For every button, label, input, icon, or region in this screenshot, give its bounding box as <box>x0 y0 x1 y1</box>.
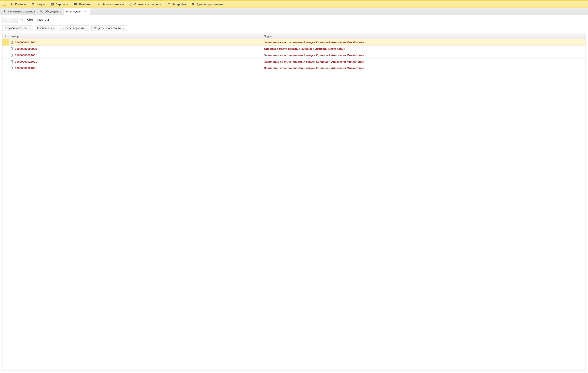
button-label: Сгруппировать по <box>5 27 27 30</box>
menu-item-staff[interactable]: Кадры <box>29 0 49 8</box>
menu-item-settings[interactable]: Настройка <box>165 0 189 8</box>
menu-item-salary[interactable]: Зарплата <box>49 0 72 8</box>
menu-item-label: Зарплата <box>56 3 68 6</box>
row-task-cell: Заявление на оплачиваемый отпуск Кривоше… <box>262 58 586 65</box>
forward-button[interactable] <box>10 17 18 23</box>
svg-rect-14 <box>5 37 6 37</box>
people-icon <box>32 3 35 6</box>
row-number: 00000000022001 <box>15 53 37 57</box>
row-number-cell: 00000000024001 <box>9 65 262 71</box>
column-header-priority[interactable] <box>2 33 9 39</box>
tab-label: Обсуждения <box>44 10 61 13</box>
row-number-cell: 00000000006005 <box>9 45 262 52</box>
svg-rect-21 <box>11 60 12 63</box>
row-marker-cell <box>2 45 9 52</box>
row-task-cell: Заявление на оплачиваемый отпуск Кривоше… <box>262 52 586 58</box>
svg-point-7 <box>53 5 53 5</box>
menu-item-reports[interactable]: Отчетность, справки <box>127 0 165 8</box>
row-marker-cell <box>2 52 9 58</box>
home-icon <box>3 10 6 13</box>
favorite-star-icon[interactable] <box>19 17 24 23</box>
back-button[interactable] <box>2 17 10 23</box>
column-label: Номер <box>10 35 19 38</box>
clipboard-icon <box>10 60 13 63</box>
tab-label: Начальная страница <box>8 10 35 13</box>
tab-bar: Начальная страница Обсуждения Мои задачи… <box>0 8 588 15</box>
menu-item-label: Кадры <box>37 3 45 6</box>
close-icon[interactable]: ✕ <box>84 10 87 13</box>
svg-rect-17 <box>11 48 12 50</box>
discussion-icon <box>40 10 43 13</box>
row-number: 00000000006005 <box>15 47 37 50</box>
row-marker-cell <box>2 58 9 65</box>
toolbar: Сгруппировать по ▼ К исполнению Перенапр… <box>0 24 588 33</box>
clipboard-icon <box>10 66 13 69</box>
menu-item-taxes[interactable]: Налоги и взносы <box>94 0 127 8</box>
clipboard-icon <box>10 53 13 57</box>
menu-item-label: Настройка <box>172 3 186 6</box>
hamburger-icon[interactable] <box>1 0 8 8</box>
clipboard-icon <box>10 41 13 44</box>
calculator-icon <box>51 3 54 6</box>
gear-icon <box>191 3 194 6</box>
exclamation-icon <box>4 35 7 38</box>
menu-item-label: Главное <box>15 3 26 6</box>
column-header-task[interactable]: Задача <box>262 33 586 39</box>
menu-item-admin[interactable]: Администрирование <box>189 0 227 8</box>
redirect-button[interactable]: Перенаправить... <box>59 25 89 31</box>
svg-rect-23 <box>11 67 12 69</box>
percent-icon <box>97 3 100 6</box>
page-title: Мои задачи <box>26 18 49 22</box>
svg-rect-20 <box>11 54 12 54</box>
table-row[interactable]: 00000000023001Заявление на оплачиваемый … <box>2 58 586 65</box>
table-row[interactable]: 00000000022001Заявление на оплачиваемый … <box>2 52 586 58</box>
column-label: Задача <box>264 35 273 38</box>
task-table: Номер Задача 00000000019001Заявление на … <box>2 33 586 71</box>
button-label: Создать на основании <box>94 27 121 30</box>
svg-point-4 <box>53 4 53 5</box>
wrench-icon <box>167 3 170 6</box>
tab-my-tasks[interactable]: Мои задачи ✕ <box>64 8 90 15</box>
row-task-cell: Заявление на оплачиваемый отпуск Кривоше… <box>262 65 586 71</box>
svg-point-5 <box>52 5 52 5</box>
table-row[interactable]: 00000000019001Заявление на оплачиваемый … <box>2 39 586 45</box>
to-execute-button[interactable]: К исполнению <box>35 25 57 31</box>
button-label: Перенаправить... <box>65 27 87 30</box>
svg-rect-24 <box>11 67 12 67</box>
menu-item-main[interactable]: Главное <box>8 0 29 8</box>
arrow-right-icon <box>62 27 64 29</box>
chevron-down-icon: ▼ <box>123 27 125 29</box>
row-task-cell: Справка с места работы Неупокоев Дмитрий… <box>262 45 586 52</box>
svg-rect-19 <box>11 54 12 56</box>
svg-rect-15 <box>11 41 12 43</box>
create-based-on-button[interactable]: Создать на основании ▼ <box>91 25 127 31</box>
main-menu: Главное Кадры Зарплата Выплаты Налоги и … <box>0 0 588 8</box>
report-icon <box>129 2 132 6</box>
svg-rect-22 <box>11 60 12 61</box>
tab-start-page[interactable]: Начальная страница <box>1 8 38 15</box>
svg-point-11 <box>98 4 99 5</box>
row-marker-cell <box>2 65 9 71</box>
chevron-down-icon: ▼ <box>28 27 30 29</box>
star-filled-icon <box>10 3 13 6</box>
group-by-button[interactable]: Сгруппировать по ▼ <box>2 25 32 31</box>
row-number-cell: 00000000019001 <box>9 39 262 45</box>
svg-point-10 <box>97 3 98 4</box>
page-header: Мои задачи <box>0 15 588 24</box>
row-number: 00000000024001 <box>15 66 37 70</box>
table-row[interactable]: 00000000006005Справка с места работы Неу… <box>2 45 586 52</box>
tab-discussions[interactable]: Обсуждения <box>38 8 64 15</box>
svg-rect-8 <box>74 3 77 4</box>
wallet-icon <box>74 3 77 5</box>
svg-rect-16 <box>11 41 12 42</box>
row-number-cell: 00000000023001 <box>9 58 262 65</box>
menu-item-payments[interactable]: Выплаты <box>72 0 94 8</box>
svg-point-6 <box>52 5 53 5</box>
column-header-number[interactable]: Номер <box>9 33 262 39</box>
button-label: К исполнению <box>37 27 54 30</box>
table-row[interactable]: 00000000024001Заявление на оплачиваемый … <box>2 65 586 71</box>
row-number: 00000000023001 <box>15 60 37 63</box>
svg-rect-18 <box>11 47 12 48</box>
svg-rect-1 <box>52 3 53 4</box>
row-number: 00000000019001 <box>15 41 37 44</box>
